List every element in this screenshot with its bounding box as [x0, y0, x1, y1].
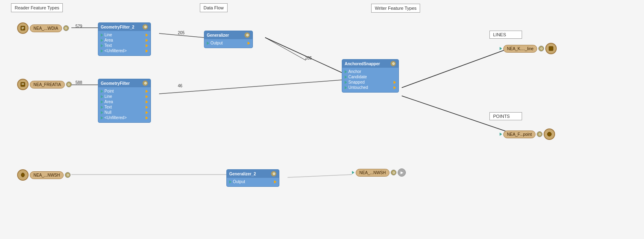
port-arrow-nea-f-point — [500, 133, 502, 136]
svg-rect-18 — [549, 46, 553, 51]
port-arrow-nea-nwsh-writer — [352, 171, 354, 174]
reader-label-nea-freatia: NEA_FREATIA — [30, 81, 65, 89]
anchored-snapper-title: AnchoredSnapper ⚙ — [342, 60, 398, 68]
port-arrow-candidate — [345, 75, 347, 79]
geometry-filter-2-node[interactable]: GeometryFilter_2 ⚙ Line Area Text <Unfil… — [98, 22, 151, 56]
port-out-unfiltered-gf2 — [146, 49, 148, 53]
port-arrow-area-gf2 — [101, 39, 103, 42]
writer-feature-types-label: Writer Feature Types — [371, 4, 420, 13]
port-out-point-gf1 — [146, 90, 148, 93]
connections-svg — [0, 0, 644, 239]
port-unfiltered-gf2: <Unfiltered> — [101, 49, 148, 53]
port-out-line-gf1 — [146, 95, 148, 98]
gear-icon-nea-wdia[interactable]: ⚙ — [63, 25, 69, 31]
lines-writer-box: LINES — [489, 31, 522, 39]
svg-line-3 — [265, 38, 342, 73]
port-anchor: Anchor — [345, 69, 396, 74]
port-untouched: Untouched — [345, 85, 396, 90]
svg-point-19 — [547, 132, 551, 136]
gear-icon-gen2[interactable]: ⚙ — [271, 171, 277, 177]
port-arrow-untouched — [345, 86, 347, 89]
port-out-text-gf1 — [146, 106, 148, 109]
port-out-output-gen2 — [274, 180, 277, 184]
gear-icon-snapper[interactable]: ⚙ — [390, 61, 396, 66]
gear-icon-nea-f-point[interactable]: ⚙ — [537, 131, 542, 137]
port-out-area-gf1 — [146, 100, 148, 104]
port-out-unfiltered-gf1 — [146, 116, 148, 120]
writer-node-nea-nwsh[interactable]: NEA_...NWSH ⚙ ▶ — [352, 168, 406, 177]
port-area-gf1: Area — [101, 100, 148, 104]
port-arrow-nea-k-line — [500, 47, 502, 50]
gear-icon-nea-nwsh[interactable]: ⚙ — [65, 172, 71, 178]
svg-line-5 — [159, 80, 342, 94]
gear-icon-gf2[interactable]: ⚙ — [142, 24, 148, 30]
edge-label-579: 579 — [75, 24, 82, 29]
port-arrow-unfiltered-gf1 — [101, 116, 103, 120]
port-arrow-output-gen1 — [207, 42, 209, 45]
geometry-filter-title: GeometryFilter ⚙ — [98, 79, 150, 87]
reader-node-nea-wdia[interactable]: NEA_...WDIA ⚙ — [17, 22, 69, 34]
data-flow-label: Data Flow — [200, 3, 228, 12]
gear-icon-nea-nwsh-writer[interactable]: ⚙ — [391, 170, 396, 175]
reader-node-nea-freatia[interactable]: NEA_FREATIA ⚙ — [17, 79, 72, 90]
svg-point-17 — [21, 173, 24, 177]
reader-label-nea-wdia: NEA_...WDIA — [30, 24, 62, 32]
port-text-gf1: Text — [101, 105, 148, 109]
points-writer-box: POINTS — [489, 112, 522, 120]
port-out-output-gen1 — [248, 42, 250, 45]
port-out-untouched — [394, 86, 396, 89]
edge-label-205b: 205 — [305, 56, 312, 60]
svg-line-6 — [402, 48, 510, 88]
reader-icon-nea-wdia — [17, 22, 29, 34]
port-output-gen2: Output — [229, 179, 277, 184]
port-out-line-gf2 — [146, 33, 148, 37]
svg-line-9 — [288, 175, 352, 177]
gear-icon-gf1[interactable]: ⚙ — [142, 80, 148, 86]
writer-node-nea-f-point[interactable]: NEA_F...point ⚙ — [500, 128, 555, 140]
port-line-gf1: Line — [101, 94, 148, 99]
reader-icon-nea-nwsh — [17, 169, 29, 181]
geometry-filter-2-title: GeometryFilter_2 ⚙ — [98, 23, 150, 31]
port-arrow-text-gf1 — [101, 106, 103, 109]
port-arrow-unfiltered-gf2 — [101, 49, 103, 53]
port-area-gf2: Area — [101, 38, 148, 42]
writer-label-nea-nwsh: NEA_...NWSH — [356, 169, 389, 177]
port-arrow-area-gf1 — [101, 100, 103, 104]
generalizer-title: Generalizer ⚙ — [204, 31, 252, 39]
writer-icon-nea-nwsh: ▶ — [398, 168, 406, 177]
reader-node-nea-nwsh[interactable]: NEA_...NWSH ⚙ — [17, 169, 71, 181]
gear-icon-nea-freatia[interactable]: ⚙ — [66, 82, 72, 87]
anchored-snapper-node[interactable]: AnchoredSnapper ⚙ Anchor Candidate Snapp… — [342, 59, 399, 93]
port-text-gf2: Text — [101, 43, 148, 48]
reader-icon-nea-freatia — [17, 79, 29, 90]
port-arrow-anchor — [345, 70, 347, 73]
writer-node-nea-k-line[interactable]: NEA_K...._line ⚙ — [500, 43, 557, 54]
port-point-gf1: Point — [101, 89, 148, 93]
port-snapped: Snapped — [345, 80, 396, 84]
edge-label-46: 46 — [178, 84, 182, 88]
writer-label-nea-k-line: NEA_K...._line — [503, 45, 537, 53]
reader-feature-types-label: Reader Feature Types — [11, 3, 63, 12]
svg-line-4 — [265, 38, 306, 60]
reader-label-nea-nwsh: NEA_...NWSH — [30, 171, 64, 179]
port-arrow-output-gen2 — [229, 180, 232, 184]
port-unfiltered-gf1: <Unfiltered> — [101, 115, 148, 120]
port-candidate: Candidate — [345, 75, 396, 79]
generalizer-2-title: Generalizer_2 ⚙ — [227, 170, 279, 178]
port-arrow-line-gf2 — [101, 33, 103, 37]
port-out-null-gf1 — [146, 111, 148, 114]
port-arrow-null-gf1 — [101, 111, 103, 114]
port-line-gf2: Line — [101, 33, 148, 37]
port-null-gf1: Null — [101, 110, 148, 115]
generalizer-2-node[interactable]: Generalizer_2 ⚙ Output — [226, 169, 279, 187]
writer-icon-nea-k-line — [545, 43, 557, 54]
geometry-filter-node[interactable]: GeometryFilter ⚙ Point Line Area Text Nu… — [98, 79, 151, 123]
port-arrow-snapped — [345, 81, 347, 84]
gear-icon-gen1[interactable]: ⚙ — [244, 32, 250, 38]
port-arrow-point-gf1 — [101, 90, 103, 93]
edge-label-205a: 205 — [178, 31, 185, 35]
edge-label-588: 588 — [75, 80, 82, 85]
generalizer-node[interactable]: Generalizer ⚙ Output — [204, 31, 253, 48]
gear-icon-nea-k-line[interactable]: ⚙ — [538, 46, 544, 51]
port-out-text-gf2 — [146, 44, 148, 47]
